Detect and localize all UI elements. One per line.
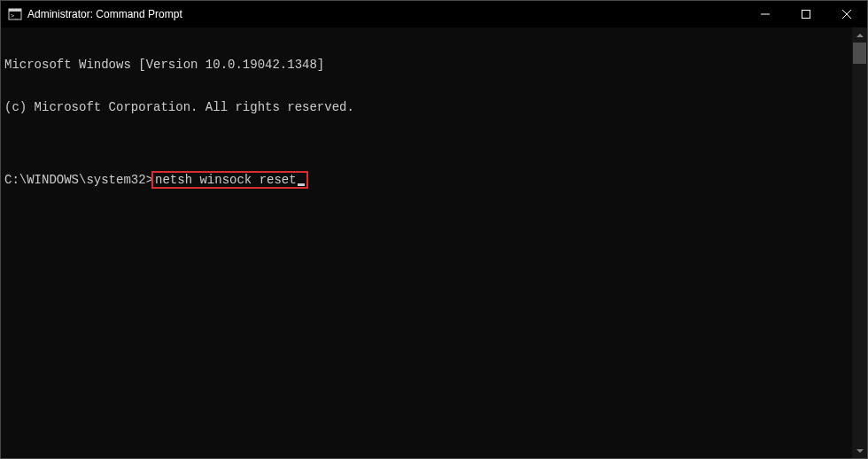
prompt-path: C:\WINDOWS\system32> [4,173,153,187]
close-button[interactable] [826,1,867,27]
window-controls [745,1,867,27]
command-prompt-window: >_ Administrator: Command Prompt Microso… [0,0,868,459]
titlebar[interactable]: >_ Administrator: Command Prompt [1,1,867,27]
scroll-down-arrow[interactable] [852,443,867,458]
window-title: Administrator: Command Prompt [27,8,182,20]
prompt-line: C:\WINDOWS\system32>netsh winsock reset [4,171,864,189]
scroll-thumb[interactable] [853,43,866,64]
svg-rect-1 [9,9,21,12]
maximize-button[interactable] [786,1,826,27]
svg-text:>_: >_ [11,12,19,19]
output-line: (c) Microsoft Corporation. All rights re… [4,100,864,114]
svg-marker-7 [856,34,864,37]
app-icon: >_ [8,7,22,21]
text-cursor [298,183,305,186]
terminal-output[interactable]: Microsoft Windows [Version 10.0.19042.13… [1,27,867,458]
svg-marker-8 [856,449,864,453]
svg-rect-4 [802,11,810,19]
typed-command: netsh winsock reset [155,173,297,187]
vertical-scrollbar[interactable] [852,27,867,458]
output-line: Microsoft Windows [Version 10.0.19042.13… [4,58,864,72]
scroll-up-arrow[interactable] [852,27,867,43]
minimize-button[interactable] [745,1,786,27]
scroll-track[interactable] [852,43,867,443]
command-highlight: netsh winsock reset [151,171,308,189]
